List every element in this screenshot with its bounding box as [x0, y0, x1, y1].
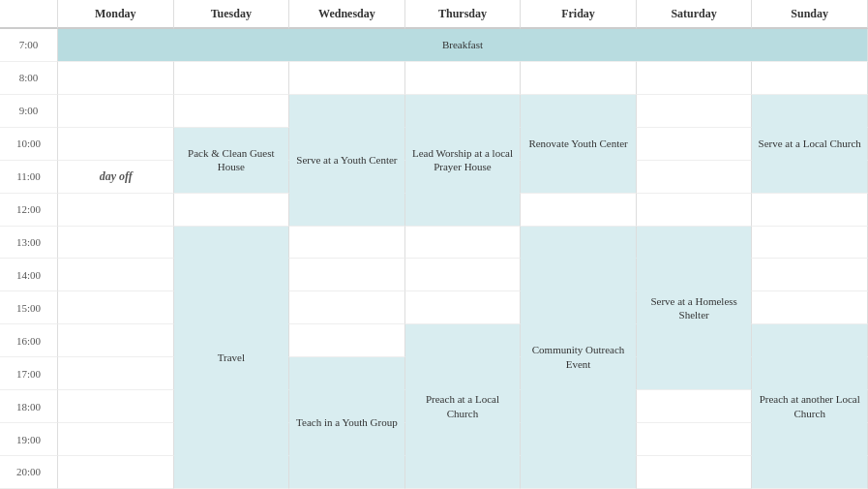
wed-1500: [289, 291, 405, 324]
thu-1500: [405, 291, 522, 324]
thu-2000: [405, 456, 522, 489]
tue-2000: [174, 456, 290, 489]
wed-1600: [289, 324, 405, 357]
thu-1900: [405, 423, 522, 456]
sun-800: [752, 62, 868, 95]
fri-1800: [521, 390, 637, 423]
sun-1100: [752, 161, 868, 194]
thu-700: [405, 29, 522, 62]
time-1400: 14:00: [0, 259, 58, 291]
time-header: [0, 0, 58, 29]
mon-1500: [58, 291, 174, 324]
tue-1400: [174, 259, 290, 291]
thu-1700: [405, 357, 522, 390]
sat-1500: [637, 291, 753, 324]
fri-1400: [521, 259, 637, 291]
sun-1400: [752, 259, 868, 291]
mon-1900: [58, 423, 174, 456]
time-1500: 15:00: [0, 291, 58, 324]
thu-1200: [405, 194, 522, 227]
fri-1700: [521, 357, 637, 390]
mon-1000: [58, 128, 174, 161]
wed-1200: [289, 194, 405, 227]
fri-1100: [521, 161, 637, 194]
time-1100: 11:00: [0, 161, 58, 194]
tue-900: [174, 95, 290, 128]
time-1300: 13:00: [0, 227, 58, 260]
tue-1200: [174, 194, 290, 227]
thu-1600: [405, 324, 522, 357]
wed-1400: [289, 259, 405, 291]
wed-900: [289, 95, 405, 128]
fri-1200: [521, 194, 637, 227]
sat-700: [637, 29, 753, 62]
sunday-header: Sunday: [752, 0, 868, 29]
mon-1400: [58, 259, 174, 291]
tue-1600: [174, 324, 290, 357]
thu-1800: [405, 390, 522, 423]
time-1800: 18:00: [0, 390, 58, 423]
time-1000: 10:00: [0, 128, 58, 161]
mon-700: [58, 29, 174, 62]
tue-1700: [174, 357, 290, 390]
sun-1700: [752, 357, 868, 390]
calendar-container: Monday Tuesday Wednesday Thursday Friday…: [0, 0, 868, 489]
wed-700: [289, 29, 405, 62]
sat-1300: [637, 227, 753, 260]
time-800: 8:00: [0, 62, 58, 95]
sat-900: [637, 95, 753, 128]
wed-1000: [289, 128, 405, 161]
fri-900: [521, 95, 637, 128]
sun-1000: [752, 128, 868, 161]
tue-1800: [174, 390, 290, 423]
fri-700: [521, 29, 637, 62]
sun-700: [752, 29, 868, 62]
sat-1400: [637, 259, 753, 291]
thu-1300: [405, 227, 522, 260]
sat-1700: [637, 357, 753, 390]
wed-1300: [289, 227, 405, 260]
sun-1600: [752, 324, 868, 357]
mon-1200: [58, 194, 174, 227]
mon-900: [58, 95, 174, 128]
friday-header: Friday: [521, 0, 637, 29]
sat-1200: [637, 194, 753, 227]
time-1200: 12:00: [0, 194, 58, 227]
mon-1600: [58, 324, 174, 357]
tue-700: [174, 29, 290, 62]
saturday-header: Saturday: [637, 0, 753, 29]
sat-1900: [637, 423, 753, 456]
mon-800: [58, 62, 174, 95]
sat-1100: [637, 161, 753, 194]
thursday-header: Thursday: [405, 0, 522, 29]
wed-2000: [289, 456, 405, 489]
fri-2000: [521, 456, 637, 489]
tue-1500: [174, 291, 290, 324]
wed-1800: [289, 390, 405, 423]
time-700: 7:00: [0, 29, 58, 62]
mon-1800: [58, 390, 174, 423]
monday-header: Monday: [58, 0, 174, 29]
mon-1100: [58, 161, 174, 194]
fri-1600: [521, 324, 637, 357]
sun-1500: [752, 291, 868, 324]
thu-800: [405, 62, 522, 95]
tue-1300: [174, 227, 290, 260]
wednesday-header: Wednesday: [289, 0, 405, 29]
fri-1300: [521, 227, 637, 260]
sun-1200: [752, 194, 868, 227]
tuesday-header: Tuesday: [174, 0, 290, 29]
time-1700: 17:00: [0, 357, 58, 390]
mon-1700: [58, 357, 174, 390]
tue-1100: [174, 161, 290, 194]
sat-2000: [637, 456, 753, 489]
sun-1900: [752, 423, 868, 456]
fri-1500: [521, 291, 637, 324]
wed-1100: [289, 161, 405, 194]
time-2000: 20:00: [0, 456, 58, 489]
thu-1400: [405, 259, 522, 291]
wed-1900: [289, 423, 405, 456]
thu-900: [405, 95, 522, 128]
thu-1100: [405, 161, 522, 194]
sat-1600: [637, 324, 753, 357]
